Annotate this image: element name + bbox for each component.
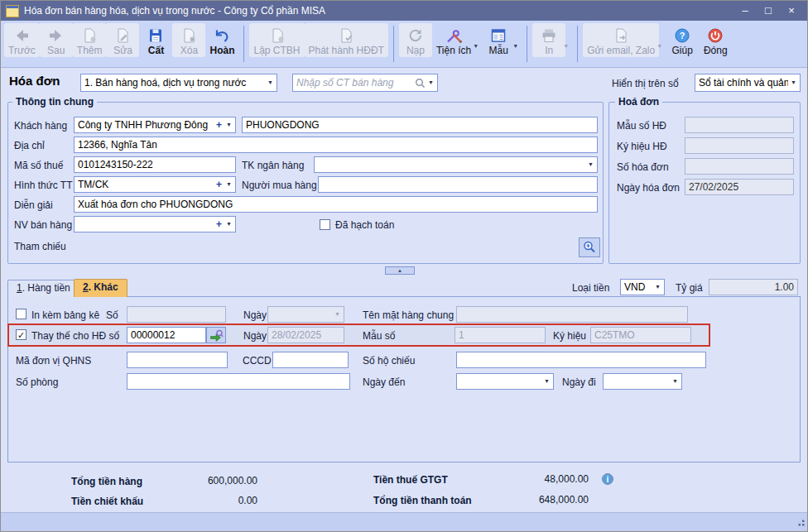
checkout-date-select[interactable]: ▼ — [603, 373, 682, 390]
print-button[interactable]: In ▼ — [532, 23, 565, 57]
invoice-legend: Hoá đơn — [615, 96, 662, 108]
caret-icon: ▼ — [226, 178, 232, 191]
maximize-button[interactable]: □ — [758, 2, 779, 20]
replace-lookup-button[interactable] — [206, 327, 226, 343]
invoice-number-field — [685, 158, 794, 175]
add-button[interactable]: Thêm — [73, 23, 107, 57]
passport-field[interactable] — [456, 352, 706, 368]
plus-icon[interactable]: + — [216, 118, 222, 132]
caret-icon[interactable]: ▼ — [428, 76, 434, 89]
send-email-button[interactable]: Gửi email, Zalo ▼ — [583, 23, 659, 57]
refresh-icon — [406, 25, 425, 44]
caret-icon: ▼ — [672, 375, 678, 388]
magnifier-plus-icon — [582, 240, 597, 255]
svg-text:?: ? — [680, 31, 685, 41]
subtotal-label: Tổng tiền hàng — [71, 474, 142, 489]
room-number-label: Số phòng — [16, 375, 58, 390]
budget-unit-field[interactable] — [127, 352, 228, 368]
collapse-button[interactable]: ▲ — [385, 266, 415, 275]
caret-icon: ▼ — [226, 218, 232, 231]
toolbar-separator — [577, 26, 578, 62]
customer-select[interactable]: Công ty TNHH Phương Đông + ▼ — [74, 117, 236, 133]
invoice-serial-label: Ký hiệu HĐ — [617, 139, 667, 154]
address-field[interactable]: 12366, Nghĩa Tân — [74, 137, 598, 153]
invoice-date-label: Ngày hóa đơn — [617, 180, 680, 195]
next-button[interactable]: Sau — [40, 23, 73, 57]
zoom-reference-button[interactable] — [579, 237, 600, 257]
posted-label: Đã hạch toán — [335, 218, 394, 232]
posted-checkbox[interactable] — [320, 219, 330, 230]
description-field[interactable]: Xuất hóa đơn cho PHUONGDONG — [74, 196, 598, 213]
invoice-type-select[interactable]: 1. Bán hàng hoá, dịch vụ trong nước ▼ — [80, 74, 277, 92]
room-number-field[interactable] — [127, 373, 350, 390]
document-plus-icon — [80, 25, 99, 44]
salesperson-select[interactable]: + ▼ — [74, 216, 236, 232]
create-sales-doc-button[interactable]: Lập CTBH — [249, 23, 304, 57]
chevron-down-icon[interactable]: ▼ — [473, 43, 479, 49]
currency-select[interactable]: VND ▼ — [620, 279, 665, 295]
document-icon — [268, 25, 286, 44]
tab-other[interactable]: 2. Khác — [74, 279, 127, 297]
attach-number-label: Số — [106, 308, 118, 323]
undo-button[interactable]: Hoàn — [205, 23, 238, 57]
chevron-down-icon[interactable]: ▼ — [656, 43, 662, 49]
passport-label: Số hộ chiếu — [363, 353, 415, 368]
reload-button[interactable]: Nạp — [399, 23, 432, 57]
help-button[interactable]: ? Giúp — [666, 23, 699, 57]
currency-label: Loại tiền — [572, 280, 609, 295]
info-icon[interactable]: i — [602, 473, 613, 485]
caret-icon: ▼ — [588, 158, 594, 171]
attach-list-checkbox[interactable] — [16, 309, 26, 319]
chevron-down-icon[interactable]: ▼ — [563, 43, 569, 49]
chevron-down-icon[interactable]: ▼ — [512, 43, 518, 49]
document-pencil-icon — [113, 25, 132, 44]
tax-code-field[interactable]: 0101243150-222 — [74, 156, 236, 173]
cccd-field[interactable] — [272, 352, 349, 368]
floppy-disk-icon — [147, 25, 165, 44]
document-x-icon — [180, 25, 198, 44]
common-item-label: Tên mặt hàng chung — [363, 308, 454, 323]
address-label: Địa chỉ — [14, 138, 45, 153]
edit-button[interactable]: Sửa — [106, 23, 139, 57]
customer-label: Khách hàng — [14, 118, 67, 133]
payment-method-select[interactable]: TM/CK + ▼ — [74, 176, 236, 193]
delete-button[interactable]: Xóa — [172, 23, 205, 57]
window-title: Hóa đơn bán hàng hóa, dịch vụ trong nước… — [24, 5, 734, 17]
close-button[interactable]: × — [781, 2, 802, 20]
bank-account-select[interactable]: ▼ — [314, 156, 598, 173]
display-on-book-select[interactable]: Sổ tài chính và quản trị ▼ — [695, 74, 801, 92]
discount-label: Tiền chiết khấu — [71, 494, 143, 509]
checkin-date-select[interactable]: ▼ — [456, 373, 554, 390]
tab-amounts[interactable]: 1. Hàng tiền — [7, 280, 79, 297]
cccd-label: CCCD — [243, 353, 272, 368]
collapse-arrow-icon: ▲ — [397, 268, 402, 273]
save-button[interactable]: Cất — [139, 23, 172, 57]
replace-serial-field: C25TMO — [590, 327, 691, 343]
app-window: Hóa đơn bán hàng hóa, dịch vụ trong nước… — [0, 0, 808, 532]
replace-invoice-number-field[interactable]: 00000012 — [127, 327, 206, 343]
utilities-button[interactable]: Tiện ích ▼ — [432, 23, 475, 57]
vat-label: Tiền thuế GTGT — [373, 472, 448, 487]
resize-grip-icon[interactable] — [796, 517, 806, 530]
bank-account-label: TK ngân hàng — [242, 158, 304, 173]
replace-checkbox[interactable]: ✓ — [16, 329, 26, 340]
attach-list-label: In kèm bảng kê — [31, 308, 99, 323]
check-icon: ✓ — [17, 330, 25, 340]
budget-unit-label: Mã đơn vị QHNS — [16, 353, 91, 368]
issue-einvoice-button[interactable]: Phát hành HĐĐT — [305, 23, 388, 57]
prev-button[interactable]: Trước — [4, 23, 40, 57]
close-form-button[interactable]: Đóng — [699, 23, 732, 57]
caret-icon: ▼ — [791, 76, 796, 89]
template-button[interactable]: Mẫu ▼ — [482, 23, 515, 57]
buyer-field[interactable] — [318, 176, 598, 193]
caret-icon: ▼ — [267, 76, 273, 89]
customer-code-field[interactable]: PHUONGDONG — [242, 117, 598, 133]
plus-icon[interactable]: + — [216, 218, 222, 231]
minimize-button[interactable]: – — [734, 2, 756, 20]
caret-icon: ▼ — [334, 308, 340, 321]
tools-icon — [445, 25, 463, 44]
plus-icon[interactable]: + — [216, 178, 222, 191]
search-input[interactable] — [296, 77, 415, 89]
exchange-rate-field: 1.00 — [709, 279, 798, 295]
toolbar-separator — [243, 26, 244, 62]
